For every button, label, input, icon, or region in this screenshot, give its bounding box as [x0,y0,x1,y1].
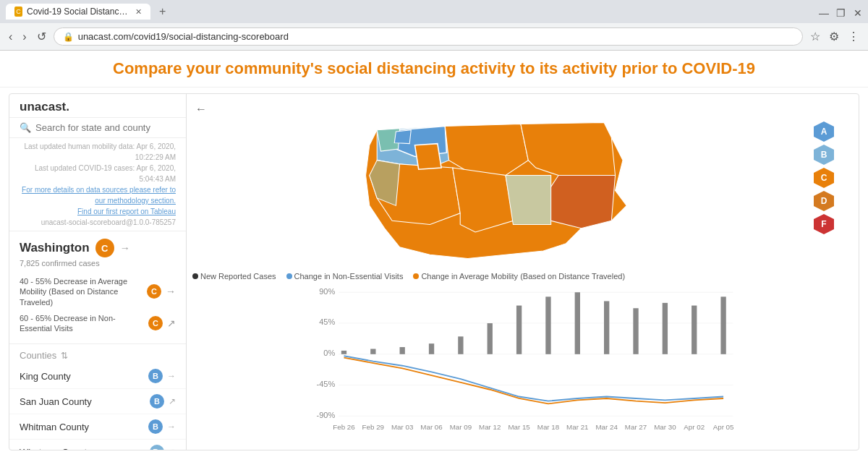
search-icon: 🔍 [20,122,31,133]
maximize-button[interactable]: ❐ [836,7,845,16]
svg-rect-15 [488,323,493,354]
county-arrow: → [167,371,176,381]
metric-row-1: 40 - 55% Decrease in Average Mobility (B… [20,273,176,310]
svg-rect-18 [575,292,580,354]
refresh-button[interactable]: ↺ [34,28,49,45]
dot-visits [286,273,292,279]
svg-text:Mar 18: Mar 18 [537,423,559,431]
lock-icon: 🔒 [63,32,74,42]
map-and-legend: ← [192,100,853,266]
legend-item-b: B [814,145,848,165]
county-name: King County [20,371,144,382]
tab-close-button[interactable]: ✕ [135,7,142,17]
county-row[interactable]: Whatcom County B- ↗ [9,440,186,450]
county-row[interactable]: San Juan County B ↗ [9,389,186,414]
browser-tab[interactable]: C Covid-19 Social Distancing Scor... ✕ [6,4,150,20]
main-content: unacast. 🔍 Last updated human mobility d… [0,87,868,456]
svg-text:Mar 15: Mar 15 [508,423,530,431]
minimize-button[interactable]: — [819,7,827,16]
search-input[interactable] [35,122,176,133]
tableau-link[interactable]: Find our first report on Tableau [20,206,176,217]
info-text: Last updated human mobility data: Apr 6,… [20,141,176,228]
browser-toolbar: ‹ › ↺ 🔒 unacast.com/covid19/social-dista… [0,23,868,51]
svg-rect-19 [604,301,609,354]
svg-text:Mar 27: Mar 27 [625,423,647,431]
svg-rect-22 [692,306,697,354]
county-grade: B [150,394,164,409]
browser-chrome: C Covid-19 Social Distancing Scor... ✕ +… [0,0,868,51]
search-bar[interactable]: 🔍 [9,118,186,138]
counties-label: Counties [20,350,56,361]
svg-rect-11 [370,349,375,354]
page-content: Compare your community's social distanci… [0,51,868,470]
address-bar[interactable]: 🔒 unacast.com/covid19/social-distancing-… [54,27,803,46]
county-name: Whitman County [20,422,144,432]
sort-icon[interactable]: ⇅ [61,351,68,361]
state-grade-badge: C [95,239,114,257]
svg-rect-20 [633,308,638,354]
legend-item-d: D [814,191,848,211]
legend-item-c: C [814,168,848,188]
back-button[interactable]: ‹ [6,29,15,45]
legend-hex-f: F [814,214,834,234]
county-grade: B [148,369,163,383]
counties-header: Counties ⇅ [9,344,186,364]
metric-text-2: 60 - 65% Decrease in Non-Essential Visit… [20,313,144,334]
bookmark-button[interactable]: ☆ [807,28,823,45]
back-arrow-button[interactable]: ← [195,103,207,116]
svg-text:-45%: -45% [317,380,336,388]
close-button[interactable]: ✕ [854,7,862,16]
legend-visits: Change in Non-Essential Visits [286,272,404,281]
legend-hex-d: D [814,191,834,211]
legend-mobility: Change in Average Mobility (Based on Dis… [413,272,625,281]
chart-area: New Reported Cases Change in Non-Essenti… [192,272,853,444]
tab-title: Covid-19 Social Distancing Scor... [27,7,128,17]
svg-text:Apr 05: Apr 05 [713,423,734,431]
methodology-link[interactable]: For more details on data sources please … [20,184,176,206]
right-panel: ← [187,94,859,450]
county-name: San Juan County [20,396,145,407]
legend-panel: A B C D F [809,100,853,266]
svg-rect-13 [429,343,434,354]
tab-favicon: C [14,7,22,17]
svg-text:Mar 12: Mar 12 [479,423,501,431]
state-metrics: 40 - 55% Decrease in Average Mobility (B… [20,273,176,336]
state-arrow: → [120,242,130,254]
hero-section: Compare your community's social distanci… [0,51,868,87]
svg-rect-10 [341,351,346,354]
forward-button[interactable]: › [20,29,29,45]
svg-text:0%: 0% [323,349,335,357]
legend-cases: New Reported Cases [192,272,276,281]
legend-item-a: A [814,121,848,142]
extensions-button[interactable]: ⚙ [826,28,842,45]
metric-grade-2: C [148,316,163,330]
dot-cases [192,273,198,279]
legend-hex-a: A [814,121,834,142]
new-tab-button[interactable]: + [156,5,169,18]
svg-text:Mar 21: Mar 21 [566,423,588,431]
hero-title: Compare your community's social distanci… [14,59,854,78]
legend-hex-b: B [814,145,834,165]
svg-text:Apr 02: Apr 02 [684,423,705,431]
url-text: unacast.com/covid19/social-distancing-sc… [78,31,289,42]
svg-text:-90%: -90% [317,411,336,419]
state-name-text: Washington [20,241,90,255]
county-arrow: → [167,422,176,432]
metric-row-2: 60 - 65% Decrease in Non-Essential Visit… [20,310,176,337]
metric-grade-1: C [147,284,161,299]
svg-text:Feb 29: Feb 29 [362,423,384,431]
svg-rect-16 [516,306,522,354]
svg-rect-12 [400,347,405,354]
svg-text:Feb 26: Feb 26 [333,423,354,431]
browser-titlebar: C Covid-19 Social Distancing Scor... ✕ +… [0,0,868,23]
menu-button[interactable]: ⋮ [845,28,862,45]
county-grade: B [148,419,163,434]
svg-text:Mar 24: Mar 24 [595,423,618,431]
counties-list[interactable]: King County B → San Juan County B ↗ Whit… [9,364,186,450]
county-row[interactable]: Whitman County B → [9,414,186,440]
chart-svg: 90% 45% 0% -45% -90% [192,283,853,438]
county-arrow: ↗ [169,447,176,450]
county-row[interactable]: King County B → [9,364,186,389]
state-name-row[interactable]: Washington C → [20,239,176,257]
state-section: Washington C → 7,825 confirmed cases 40 … [9,231,186,344]
